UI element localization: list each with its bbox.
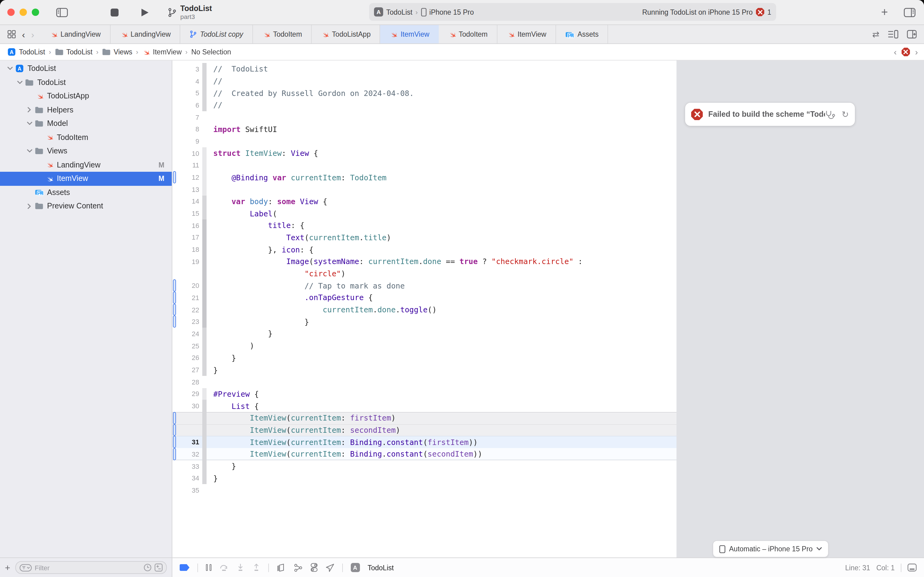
code-line-18[interactable]: 18 }, icon: { <box>172 243 676 256</box>
pause-execution-icon[interactable] <box>206 564 211 571</box>
code-line-30[interactable]: 30 List { <box>172 400 676 412</box>
tab-todoitem[interactable]: TodoItem <box>438 25 497 44</box>
code-line[interactable]: ItemView(currentItem: secondItem) <box>172 424 676 436</box>
step-into-icon[interactable] <box>236 564 244 572</box>
code-line-32[interactable]: 32 ItemView(currentItem: Binding.constan… <box>172 448 676 460</box>
code-line-25[interactable]: 25 ) <box>172 340 676 352</box>
code-line-14[interactable]: 14 var body: some View { <box>172 195 676 207</box>
tab-todolistapp[interactable]: TodoListApp <box>312 25 380 44</box>
code-line-31[interactable]: 31 ItemView(currentItem: Binding.constan… <box>172 436 676 448</box>
code-line-3[interactable]: 3// TodoList <box>172 63 676 75</box>
tab-itemview[interactable]: ItemView <box>380 25 438 44</box>
tab-landingview[interactable]: LandingView <box>40 25 110 44</box>
sidebar-item-todolist[interactable]: TodoList <box>0 76 172 89</box>
editor-options-icon[interactable] <box>888 30 898 39</box>
sidebar-item-assets[interactable]: Assets <box>0 185 172 199</box>
simulate-location-icon[interactable] <box>325 563 334 572</box>
code-line-24[interactable]: 24 } <box>172 328 676 340</box>
sidebar-item-todolistapp[interactable]: TodoListApp <box>0 89 172 103</box>
code-line-12[interactable]: 12 @Binding var currentItem: TodoItem <box>172 171 676 183</box>
go-back-icon[interactable]: ‹ <box>22 30 25 39</box>
error-badge-icon[interactable] <box>756 8 764 16</box>
retry-build-icon[interactable]: ↻ <box>842 110 849 119</box>
code-line-19[interactable]: 19 Image(systemName: currentItem.done ==… <box>172 256 676 268</box>
sidebar-item-todolist[interactable]: ATodoList <box>0 62 172 76</box>
code-line-29[interactable]: 29#Preview { <box>172 388 676 400</box>
sidebar-item-preview-content[interactable]: Preview Content <box>0 199 172 213</box>
sidebar-item-todoitem[interactable]: TodoItem <box>0 131 172 144</box>
code-line-35[interactable]: 35 <box>172 484 676 496</box>
run-button[interactable] <box>140 8 149 17</box>
sidebar-item-itemview[interactable]: ItemViewM <box>0 172 172 185</box>
tab-assets[interactable]: Assets <box>556 25 608 44</box>
code-line-27[interactable]: 27} <box>172 364 676 376</box>
activity-status-bar[interactable]: A TodoList › iPhone 15 Pro Running TodoL… <box>369 3 776 21</box>
add-editor-icon[interactable] <box>907 30 917 39</box>
diagnose-icon[interactable] <box>825 110 836 119</box>
code-line[interactable]: "circle") <box>172 268 676 279</box>
disclosure-closed-icon[interactable] <box>24 203 34 209</box>
navigator-panel-toggle-icon[interactable] <box>56 8 68 17</box>
minimize-window-button[interactable] <box>19 8 27 16</box>
disclosure-open-icon[interactable] <box>24 150 34 153</box>
sidebar-item-landingview[interactable]: LandingViewM <box>0 158 172 172</box>
scheme-name[interactable]: TodoList <box>386 8 412 16</box>
code-line-21[interactable]: 21 .onTapGesture { <box>172 292 676 303</box>
add-button[interactable]: + <box>881 5 888 19</box>
source-editor[interactable]: 3// TodoList4//5// Created by Russell Go… <box>172 61 676 558</box>
disclosure-open-icon[interactable] <box>14 81 24 84</box>
code-line-15[interactable]: 15 Label( <box>172 208 676 219</box>
code-line-26[interactable]: 26 } <box>172 352 676 364</box>
add-file-button[interactable]: + <box>5 562 10 573</box>
environment-overrides-icon[interactable] <box>310 563 317 572</box>
breadcrumb-item[interactable]: ItemView <box>142 48 182 56</box>
issue-badge-icon[interactable] <box>902 48 910 56</box>
code-line[interactable]: ItemView(currentItem: firstItem) <box>172 412 676 424</box>
zoom-window-button[interactable] <box>32 8 39 16</box>
code-line-22[interactable]: 22 currentItem.done.toggle() <box>172 304 676 316</box>
step-over-icon[interactable] <box>219 564 228 572</box>
tab-landingview[interactable]: LandingView <box>110 25 180 44</box>
editor-grid-icon[interactable] <box>7 30 16 39</box>
running-app-name[interactable]: TodoList <box>368 564 394 571</box>
code-line-23[interactable]: 23 } <box>172 316 676 328</box>
code-line-20[interactable]: 20 // Tap to mark as done <box>172 280 676 292</box>
code-line-6[interactable]: 6// <box>172 99 676 111</box>
code-line-7[interactable]: 7 <box>172 111 676 123</box>
breadcrumb-item[interactable]: TodoList <box>55 48 93 56</box>
code-line-5[interactable]: 5// Created by Russell Gordon on 2024-04… <box>172 87 676 99</box>
error-count[interactable]: 1 <box>767 8 771 16</box>
filter-field[interactable]: Filter <box>15 561 167 574</box>
previous-issue-icon[interactable]: ‹ <box>894 47 897 57</box>
go-forward-icon[interactable]: › <box>31 30 34 39</box>
breadcrumb-item[interactable]: Views <box>102 48 132 56</box>
code-line-4[interactable]: 4// <box>172 75 676 87</box>
editor-bottom-bar-toggle-icon[interactable] <box>908 564 917 572</box>
stop-button[interactable] <box>111 8 119 16</box>
swap-editor-icon[interactable]: ⇄ <box>872 29 879 39</box>
code-line-8[interactable]: 8import SwiftUI <box>172 123 676 135</box>
disclosure-closed-icon[interactable] <box>24 107 34 113</box>
sidebar-item-helpers[interactable]: Helpers <box>0 103 172 117</box>
next-issue-icon[interactable]: › <box>915 47 918 57</box>
tab-todoitem[interactable]: TodoItem <box>253 25 312 44</box>
memory-graph-icon[interactable] <box>294 563 302 572</box>
breadcrumb-item[interactable]: No Selection <box>191 48 231 56</box>
code-line-9[interactable]: 9 <box>172 135 676 147</box>
code-line-11[interactable]: 11 <box>172 159 676 171</box>
code-line-17[interactable]: 17 Text(currentItem.title) <box>172 231 676 243</box>
code-line-16[interactable]: 16 title: { <box>172 219 676 231</box>
code-line-34[interactable]: 34} <box>172 472 676 484</box>
code-line-10[interactable]: 10struct ItemView: View { <box>172 147 676 159</box>
view-hierarchy-icon[interactable] <box>277 563 286 572</box>
preview-device-selector[interactable]: Automatic – iPhone 15 Pro <box>713 540 829 558</box>
tab-itemview[interactable]: ItemView <box>497 25 556 44</box>
build-error-banner[interactable]: Failed to build the scheme “TodoLi... ↻ <box>685 103 855 126</box>
disclosure-open-icon[interactable] <box>24 122 34 126</box>
disclosure-open-icon[interactable] <box>5 67 14 71</box>
breakpoints-toggle-icon[interactable] <box>180 564 190 571</box>
sidebar-item-views[interactable]: Views <box>0 144 172 158</box>
close-window-button[interactable] <box>7 8 14 16</box>
code-line-28[interactable]: 28 <box>172 376 676 388</box>
run-destination[interactable]: iPhone 15 Pro <box>429 8 474 16</box>
